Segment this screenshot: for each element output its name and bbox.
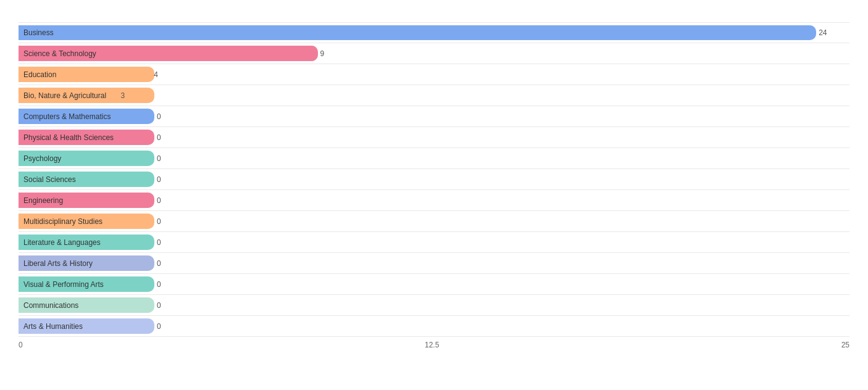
bar-label: Social Sciences (19, 173, 82, 186)
bar-label: Education (19, 68, 62, 81)
bar-label: Multidisciplinary Studies (19, 215, 109, 228)
bar-value: 0 (157, 238, 161, 247)
bar-row: Computers & Mathematics0 (19, 106, 849, 127)
x-axis-label: 0 (19, 341, 23, 349)
bar-row: Education4 (19, 64, 849, 85)
bar-label: Physical & Health Sciences (19, 131, 120, 144)
bar-value: 4 (154, 70, 158, 79)
bar-label: Liberal Arts & History (19, 257, 99, 270)
bar-value: 0 (157, 196, 161, 205)
x-axis-label: 25 (841, 341, 849, 349)
bar-value: 9 (320, 49, 325, 58)
bar-label: Literature & Languages (19, 236, 107, 249)
bar-row: Literature & Languages0 (19, 232, 849, 253)
bar-label: Arts & Humanities (19, 320, 89, 333)
bar-fill (19, 25, 816, 40)
bar-label: Computers & Mathematics (19, 110, 117, 123)
bar-value: 0 (157, 217, 161, 226)
bar-row: Business24 (19, 22, 849, 43)
bar-value: 0 (157, 112, 161, 121)
bar-label: Bio, Nature & Agricultural (19, 89, 112, 102)
bar-row: Social Sciences0 (19, 169, 849, 190)
x-axis: 012.525 (19, 341, 849, 349)
chart-area: Business24Science & Technology9Education… (19, 22, 849, 337)
bar-value: 0 (157, 154, 161, 163)
bar-row: Psychology0 (19, 148, 849, 169)
bar-row: Liberal Arts & History0 (19, 253, 849, 274)
bar-label: Science & Technology (19, 48, 102, 60)
bar-row: Communications0 (19, 295, 849, 316)
bar-value: 0 (157, 301, 161, 310)
bar-row: Arts & Humanities0 (19, 316, 849, 337)
bar-row: Visual & Performing Arts0 (19, 274, 849, 295)
bar-value: 0 (157, 133, 161, 142)
bar-value: 0 (157, 259, 161, 268)
bar-row: Engineering0 (19, 190, 849, 211)
bar-value: 24 (819, 28, 827, 37)
bar-label: Business (19, 27, 60, 39)
bar-value: 3 (121, 91, 125, 100)
bar-label: Communications (19, 299, 85, 312)
bar-row: Bio, Nature & Agricultural3 (19, 85, 849, 106)
bar-label: Visual & Performing Arts (19, 278, 110, 291)
bar-row: Multidisciplinary Studies0 (19, 211, 849, 232)
bar-value: 0 (157, 175, 161, 184)
bar-label: Psychology (19, 152, 67, 165)
bar-row: Physical & Health Sciences0 (19, 127, 849, 148)
bar-label: Engineering (19, 194, 69, 207)
bar-value: 0 (157, 280, 161, 289)
bar-value: 0 (157, 322, 161, 331)
x-axis-label: 12.5 (425, 341, 439, 349)
bar-row: Science & Technology9 (19, 43, 849, 64)
